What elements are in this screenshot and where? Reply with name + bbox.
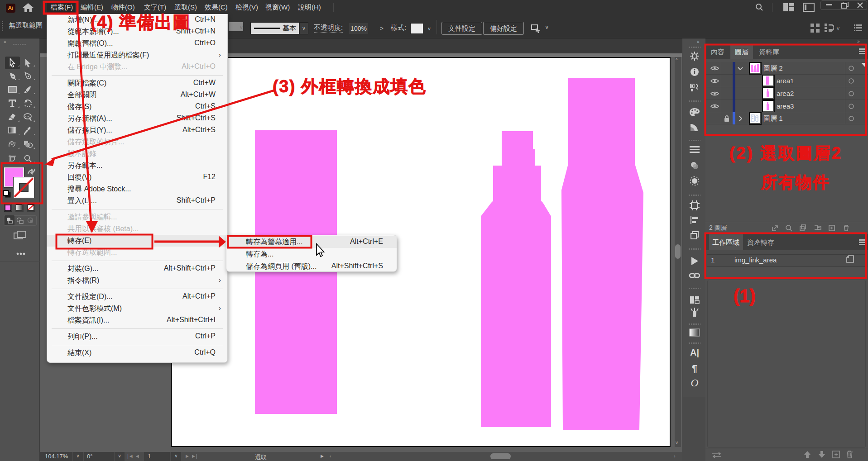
- svg-text:(4) 準備出圖: (4) 準備出圖: [91, 13, 191, 32]
- svg-text:(1): (1): [734, 286, 756, 306]
- svg-text:所有物件: 所有物件: [761, 173, 830, 191]
- svg-text:(3) 外框轉換成填色: (3) 外框轉換成填色: [273, 77, 427, 96]
- svg-text:(2) 選取圖層2: (2) 選取圖層2: [729, 144, 843, 162]
